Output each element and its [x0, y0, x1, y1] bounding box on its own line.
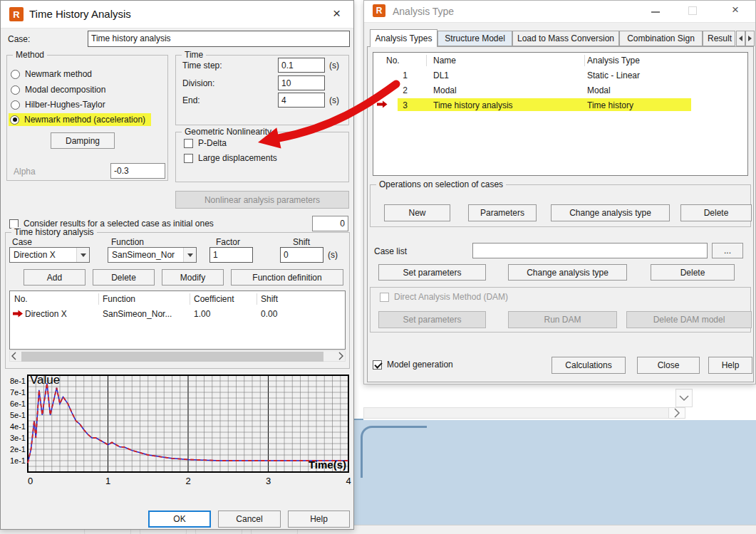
tab-label: Result [708, 33, 732, 43]
tab-scroll-left-button[interactable] [736, 31, 745, 46]
division-input[interactable]: 10 [278, 75, 325, 90]
function-table-hscrollbar[interactable] [9, 350, 346, 362]
minimize-button[interactable] [651, 11, 660, 13]
tab-combination-sign[interactable]: Combination Sign [619, 31, 703, 46]
close-dialog-button[interactable]: Close [637, 357, 700, 374]
radio-icon[interactable] [11, 85, 20, 95]
radio-hilber-hughes-taylor[interactable]: Hilber-Hughes-Taylor [11, 100, 105, 110]
initial-case-number-input[interactable]: 0 [312, 216, 348, 231]
radio-newmark-method[interactable]: Newmark method [11, 69, 92, 79]
pdelta-checkbox[interactable] [184, 139, 193, 148]
column-header: Shift [261, 294, 278, 304]
column-header: Analysis Type [587, 56, 640, 66]
factor-input[interactable]: 1 [209, 247, 253, 263]
factor-col-label: Factor [216, 237, 240, 247]
case-list-input[interactable] [472, 243, 708, 258]
analysis-type-title: Analysis Type [393, 6, 454, 17]
robot-app-icon: R [373, 4, 385, 17]
row-name: Modal [433, 85, 457, 95]
large-displacements-checkbox-row[interactable]: Large displacements [184, 153, 277, 163]
chevron-right-icon [338, 352, 344, 360]
time-step-input[interactable]: 0.1 [278, 58, 325, 73]
scroll-right-button[interactable] [338, 352, 344, 362]
radio-label: Hilber-Hughes-Taylor [25, 100, 105, 110]
horizontal-scrollbar[interactable] [363, 407, 685, 419]
close-button[interactable]: × [732, 3, 739, 17]
selected-value: SanSimeon_Nor [112, 250, 175, 260]
case-select[interactable]: Direction X [9, 247, 90, 263]
scroll-left-button[interactable] [11, 352, 17, 362]
modify-button[interactable]: Modify [162, 269, 224, 286]
tab-load-to-mass-conversion[interactable]: Load to Mass Conversion [512, 31, 619, 46]
division-label: Division: [182, 78, 214, 88]
radio-icon[interactable] [11, 70, 20, 79]
case-list-browse-button[interactable]: ... [712, 243, 743, 258]
damping-button[interactable]: Damping [51, 132, 115, 149]
delete-function-button[interactable]: Delete [93, 269, 155, 286]
tab-analysis-types[interactable]: Analysis Types [370, 29, 437, 47]
close-button[interactable]: × [333, 6, 341, 21]
chevron-down-icon[interactable] [183, 248, 196, 262]
shift-input[interactable]: 0 [280, 247, 323, 263]
radio-icon[interactable] [10, 115, 19, 125]
ok-button[interactable]: OK [148, 511, 211, 528]
help-button[interactable]: Help [288, 511, 350, 528]
radio-newmark-acceleration[interactable]: Newmark method (acceleration) [9, 113, 151, 126]
maximize-button[interactable] [688, 6, 697, 15]
calculations-button[interactable]: Calculations [552, 357, 626, 374]
scroll-right-button[interactable] [668, 407, 685, 419]
groupbox-legend: Geometric Nonlinearity [182, 127, 274, 137]
shift-col-label: Shift [293, 237, 310, 247]
parameters-button[interactable]: Parameters [468, 204, 537, 221]
screen: R Analysis Type × Analysis Types Structu… [0, 0, 756, 534]
table-row-selected[interactable]: 3 Time history analysis Time history [373, 98, 747, 112]
chevron-down-icon[interactable] [76, 248, 89, 262]
pdelta-checkbox-row[interactable]: P-Delta [184, 138, 227, 148]
change-analysis-type-button-2[interactable]: Change analysis type [508, 264, 627, 281]
delete-button-2[interactable]: Delete [651, 264, 735, 281]
radio-label: Newmark method [25, 69, 92, 79]
scroll-down-button[interactable] [675, 389, 693, 407]
y-tick-label: 3e-1 [10, 434, 26, 442]
radio-icon[interactable] [11, 100, 20, 110]
set-parameters-button[interactable]: Set parameters [378, 264, 486, 281]
tab-result[interactable]: Result [703, 31, 735, 46]
groupbox-legend: Time history analysis [11, 227, 97, 237]
checkbox-label: Large displacements [198, 153, 277, 163]
function-table[interactable]: No. Function Coefficient Shift Direction… [9, 290, 346, 350]
help-button[interactable]: Help [708, 357, 752, 374]
row-type: Modal [587, 85, 611, 95]
table-row[interactable]: 2 Modal Modal [373, 83, 747, 98]
radio-modal-decomposition[interactable]: Modal decomposition [11, 85, 105, 95]
chart-xlabel: Time(s) [309, 459, 346, 471]
analysis-cases-table[interactable]: No. Name Analysis Type 1 DL1 Static - Li… [373, 52, 748, 176]
cancel-button[interactable]: Cancel [218, 511, 281, 528]
add-button[interactable]: Add [24, 269, 86, 286]
row-no: 1 [379, 70, 408, 80]
table-row-selected[interactable]: Direction X SanSimeon_Nor... 1.00 0.00 [10, 306, 345, 321]
chevron-down-icon [679, 395, 689, 402]
tab-scroll-right-button[interactable] [745, 31, 755, 46]
scrollbar-thumb[interactable] [21, 352, 323, 362]
function-definition-button[interactable]: Function definition [231, 269, 343, 286]
shift-unit: (s) [328, 250, 338, 260]
x-tick-label: 0 [28, 476, 33, 486]
model-generation-checkbox[interactable] [373, 360, 382, 370]
new-button[interactable]: New [384, 204, 450, 221]
model-generation-row[interactable]: Model generation [373, 360, 453, 370]
function-select[interactable]: SanSimeon_Nor [108, 247, 197, 263]
dam-checkbox[interactable] [380, 293, 389, 302]
dam-checkbox-row[interactable]: Direct Analysis Method (DAM) [380, 292, 508, 302]
case-input[interactable]: Time history analysis [88, 31, 350, 47]
delete-button[interactable]: Delete [680, 204, 752, 221]
tab-structure-model[interactable]: Structure Model [437, 31, 512, 46]
groupbox-legend: Time [182, 50, 206, 60]
delete-dam-model-button: Delete DAM model [626, 311, 752, 328]
column-header: Coefficient [194, 294, 234, 304]
chart-title: Value [30, 373, 60, 387]
alpha-input[interactable]: -0.3 [110, 163, 165, 179]
table-row[interactable]: 1 DL1 Static - Linear [373, 68, 747, 83]
large-displacements-checkbox[interactable] [184, 154, 193, 163]
change-analysis-type-button[interactable]: Change analysis type [551, 204, 670, 221]
end-input[interactable]: 4 [278, 93, 325, 108]
